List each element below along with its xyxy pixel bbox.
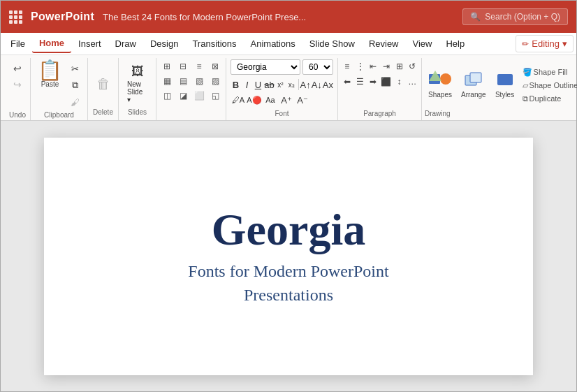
bullets-button[interactable]: ≡ — [341, 59, 353, 73]
search-box[interactable]: 🔍 Search (Option + Q) — [462, 8, 568, 25]
drawing-inner: Shapes Arrange Styles — [425, 59, 577, 108]
increase-font-button[interactable]: A↑ — [300, 77, 311, 92]
canvas-area: Georgia Fonts for Modern PowerPoint Pres… — [1, 121, 576, 391]
decrease-font-button[interactable]: A↓ — [312, 77, 322, 92]
slides-group-label: Slides — [128, 107, 147, 117]
more-para-button[interactable]: … — [406, 75, 418, 89]
search-icon: 🔍 — [470, 12, 481, 22]
menu-file[interactable]: File — [3, 35, 32, 52]
font-color-button[interactable]: A🔴 — [247, 92, 262, 108]
layout-icon-7[interactable]: ▧ — [191, 74, 207, 88]
font-shrink[interactable]: A⁻ — [295, 92, 310, 108]
waffle-menu[interactable] — [9, 10, 22, 24]
menu-insert[interactable]: Insert — [71, 35, 108, 52]
menu-right: ✏ Editing ▾ — [516, 35, 574, 52]
underline-button[interactable]: U — [253, 77, 263, 92]
text-direction-button[interactable]: ↺ — [406, 59, 418, 73]
align-center-button[interactable]: ☰ — [354, 75, 367, 89]
layout-icon-9[interactable]: ◫ — [159, 89, 175, 103]
pencil-icon: ✏ — [522, 39, 529, 49]
paste-button[interactable]: 📋 Paste — [35, 59, 65, 110]
para-row-1: ≡ ⋮ ⇤ ⇥ ⊞ ↺ — [341, 59, 418, 73]
line-spacing-button[interactable]: ↕ — [393, 75, 406, 89]
duplicate-icon: ⧉ — [523, 94, 528, 103]
new-slide-button[interactable]: 🖼 NewSlide ▾ — [123, 61, 152, 107]
menu-draw[interactable]: Draw — [108, 35, 143, 52]
superscript-button[interactable]: x² — [275, 77, 286, 92]
undo-inner: ↩ ↪ — [8, 61, 27, 92]
menu-slideshow[interactable]: Slide Show — [302, 35, 362, 52]
clipboard-inner: 📋 Paste ✂ ⧉ 🖌 — [35, 59, 83, 110]
copy-button[interactable]: ⧉ — [66, 78, 83, 93]
menu-home[interactable]: Home — [32, 34, 71, 53]
format-painter-button[interactable]: 🖌 — [66, 94, 83, 110]
justify-button[interactable]: ⬛ — [380, 75, 393, 89]
clear-format-button[interactable]: Ax — [323, 77, 333, 92]
align-right-button[interactable]: ➡ — [367, 75, 379, 89]
highlight-button[interactable]: 🖊A — [231, 92, 246, 108]
delete-button[interactable]: 🗑 — [92, 61, 115, 107]
editing-button[interactable]: ✏ Editing ▾ — [516, 35, 574, 52]
shape-fill-icon: 🪣 — [523, 68, 532, 77]
menu-review[interactable]: Review — [362, 35, 406, 52]
increase-indent-button[interactable]: ⇥ — [380, 59, 393, 73]
menu-animations[interactable]: Animations — [244, 35, 302, 52]
clipboard-small-buttons: ✂ ⧉ 🖌 — [66, 59, 83, 110]
slide-subtitle: Fonts for Modern PowerPoint Presentation… — [188, 260, 388, 307]
shapes-button[interactable]: Shapes — [425, 59, 455, 108]
layout-icon-1[interactable]: ⊞ — [159, 59, 175, 73]
svg-rect-4 — [470, 73, 481, 82]
delete-label: Delete — [93, 107, 113, 117]
shape-outline-icon: ▱ — [523, 81, 528, 90]
text-size-aa[interactable]: Aa — [263, 92, 278, 108]
font-size-select[interactable]: 60 — [302, 59, 333, 75]
drawing-group: Shapes Arrange Styles — [422, 58, 577, 120]
layout-icon-3[interactable]: ≡ — [191, 59, 207, 73]
subscript-button[interactable]: x₂ — [286, 77, 297, 92]
menu-help[interactable]: Help — [439, 35, 472, 52]
layout-icon-8[interactable]: ▨ — [207, 74, 223, 88]
shape-outline-button[interactable]: ▱ Shape Outline — [520, 80, 577, 92]
duplicate-button[interactable]: ⧉ Duplicate — [520, 93, 577, 105]
decrease-indent-button[interactable]: ⇤ — [367, 59, 379, 73]
numbered-list-button[interactable]: ⋮ — [354, 59, 367, 73]
layout-icon-11[interactable]: ⬜ — [191, 89, 207, 103]
para-row-2: ⬅ ☰ ➡ ⬛ ↕ … — [341, 75, 418, 89]
slide-subtitle-line1: Fonts for Modern PowerPoint — [188, 262, 388, 280]
layout-icon-10[interactable]: ◪ — [175, 89, 191, 103]
layout-icon-5[interactable]: ▦ — [159, 74, 175, 88]
align-left-button[interactable]: ⬅ — [341, 75, 353, 89]
font-name-select[interactable]: Georgia — [231, 59, 300, 75]
menu-transitions[interactable]: Transitions — [185, 35, 243, 52]
menu-view[interactable]: View — [406, 35, 439, 52]
document-title: The Best 24 Fonts for Modern PowerPoint … — [103, 12, 454, 22]
menu-design[interactable]: Design — [143, 35, 185, 52]
strikethrough-button[interactable]: ab — [264, 77, 275, 92]
search-placeholder: Search (Option + Q) — [485, 12, 560, 22]
layout-icon-6[interactable]: ▤ — [175, 74, 191, 88]
italic-button[interactable]: I — [242, 77, 252, 92]
bold-button[interactable]: B — [231, 77, 241, 92]
slide-subtitle-line2: Presentations — [244, 286, 333, 304]
layout-icon-12[interactable]: ◱ — [207, 89, 223, 103]
undo-group: ↩ ↪ Undo — [5, 58, 31, 120]
arrange-button[interactable]: Arrange — [458, 59, 490, 108]
editing-label: Editing — [532, 38, 560, 49]
layout-icon-4[interactable]: ⊠ — [207, 59, 223, 73]
svg-point-1 — [440, 73, 451, 85]
slide-canvas[interactable]: Georgia Fonts for Modern PowerPoint Pres… — [44, 138, 533, 375]
shape-styles-button[interactable]: Styles — [492, 59, 518, 108]
delete-icon: 🗑 — [96, 76, 110, 92]
redo-button[interactable]: ↪ — [8, 77, 27, 92]
shape-styles-icon — [495, 70, 515, 89]
undo-group-label: Undo — [9, 110, 26, 120]
shape-fill-button[interactable]: 🪣 Shape Fill — [520, 66, 577, 78]
font-name-row: Georgia 60 — [231, 59, 333, 75]
columns-button[interactable]: ⊞ — [393, 59, 406, 73]
font-grow[interactable]: A⁺ — [279, 92, 294, 108]
cut-button[interactable]: ✂ — [66, 61, 83, 76]
undo-button[interactable]: ↩ — [8, 61, 27, 76]
layout-icon-2[interactable]: ⊟ — [175, 59, 191, 73]
drawing-group-label: Drawing — [425, 108, 577, 119]
arrange-label: Arrange — [461, 91, 486, 99]
